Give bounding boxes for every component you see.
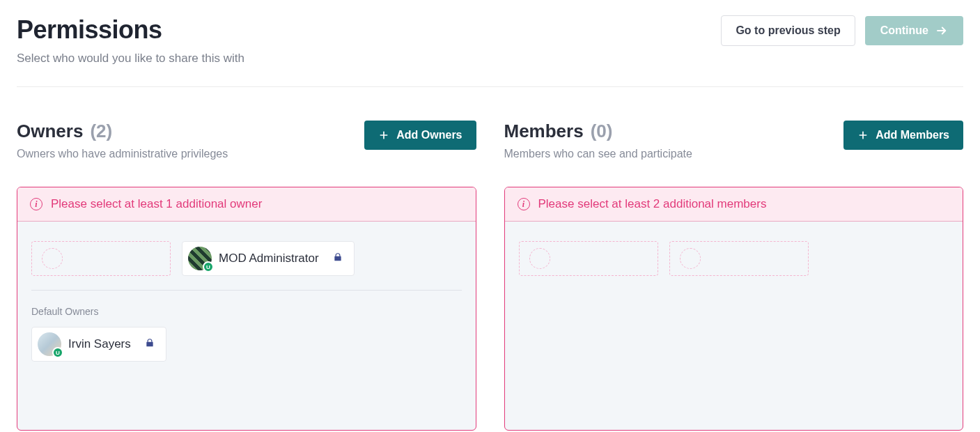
owner-chip-irvin[interactable]: U Irvin Sayers	[31, 327, 166, 362]
owner-chip-name: Irvin Sayers	[68, 337, 131, 351]
info-icon: i	[518, 198, 530, 210]
add-owners-button[interactable]: Add Owners	[364, 121, 476, 150]
default-owners-row: U Irvin Sayers	[17, 327, 476, 376]
header-actions: Go to previous step Continue	[721, 15, 963, 46]
continue-label: Continue	[880, 24, 928, 37]
owner-slot-empty[interactable]	[31, 241, 171, 276]
owners-column: Owners (2) Owners who have administrativ…	[17, 121, 476, 431]
owners-description: Owners who have administrative privilege…	[17, 148, 228, 160]
default-owners-label: Default Owners	[17, 291, 476, 327]
avatar: U	[188, 247, 212, 270]
placeholder-circle-icon	[529, 248, 550, 269]
add-members-label: Add Members	[876, 129, 949, 141]
owners-warning: i Please select at least 1 additional ow…	[17, 187, 476, 222]
owners-title-row: Owners (2)	[17, 121, 228, 142]
continue-button[interactable]: Continue	[865, 16, 963, 45]
owners-header: Owners (2) Owners who have administrativ…	[17, 121, 476, 160]
members-title-row: Members (0)	[504, 121, 692, 142]
owner-chip-mod-admin[interactable]: U MOD Administrator	[182, 241, 355, 276]
page-subtitle: Select who would you like to share this …	[17, 52, 244, 65]
avatar: U	[38, 332, 61, 356]
placeholder-circle-icon	[42, 248, 63, 269]
add-owners-label: Add Owners	[396, 129, 462, 141]
members-title-block: Members (0) Members who can see and part…	[504, 121, 692, 160]
previous-step-button[interactable]: Go to previous step	[721, 15, 855, 46]
members-count: (0)	[591, 121, 613, 142]
arrow-right-icon	[935, 24, 948, 37]
members-warning: i Please select at least 2 additional me…	[505, 187, 963, 222]
members-panel: i Please select at least 2 additional me…	[504, 187, 964, 431]
members-title: Members	[504, 121, 584, 142]
owner-chip-name: MOD Administrator	[219, 252, 319, 265]
member-slot-empty[interactable]	[519, 241, 658, 276]
members-warning-text: Please select at least 2 additional memb…	[538, 197, 767, 211]
user-badge-icon: U	[203, 261, 214, 272]
header-text-block: Permissions Select who would you like to…	[17, 15, 244, 65]
members-header: Members (0) Members who can see and part…	[504, 121, 964, 160]
member-slot-empty[interactable]	[669, 241, 809, 276]
plus-icon	[857, 130, 869, 141]
previous-step-label: Go to previous step	[736, 24, 840, 37]
members-description: Members who can see and participate	[504, 148, 692, 160]
add-members-button[interactable]: Add Members	[843, 121, 963, 150]
members-column: Members (0) Members who can see and part…	[504, 121, 964, 431]
owners-warning-text: Please select at least 1 additional owne…	[51, 197, 262, 211]
user-badge-icon: U	[52, 347, 63, 358]
permissions-columns: Owners (2) Owners who have administrativ…	[17, 121, 963, 431]
owners-chips: U MOD Administrator	[17, 222, 476, 290]
owners-panel: i Please select at least 1 additional ow…	[17, 187, 476, 431]
plus-icon	[378, 130, 389, 141]
page-header: Permissions Select who would you like to…	[17, 15, 963, 87]
members-chips	[505, 222, 963, 290]
lock-icon	[145, 338, 155, 350]
placeholder-circle-icon	[680, 248, 701, 269]
page-title: Permissions	[17, 15, 244, 45]
owners-count: (2)	[90, 121, 112, 142]
owners-title: Owners	[17, 121, 83, 142]
owners-title-block: Owners (2) Owners who have administrativ…	[17, 121, 228, 160]
info-icon: i	[30, 198, 42, 210]
lock-icon	[333, 252, 343, 265]
